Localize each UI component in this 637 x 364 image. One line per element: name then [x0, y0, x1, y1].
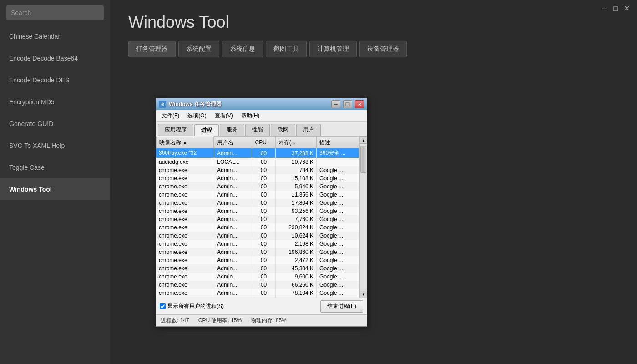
sidebar-item-encode-decode-des[interactable]: Encode Decode DES: [0, 69, 110, 91]
col-header-1[interactable]: 用户名: [214, 137, 252, 148]
end-process-button[interactable]: 结束进程(E): [320, 300, 363, 313]
cell-user: Admin...: [214, 148, 252, 158]
table-row[interactable]: chrome.exeAdmin...0013,476 KGoogle ...: [156, 297, 359, 298]
cell-desc: Google ...: [317, 166, 359, 174]
cell-mem: 230,824 K: [275, 223, 316, 232]
table-row[interactable]: chrome.exeAdmin...0011,356 KGoogle ...: [156, 191, 359, 199]
tm-close-button[interactable]: ✕: [355, 100, 364, 108]
cell-cpu: 00: [252, 273, 275, 281]
cell-desc: Google ...: [317, 191, 359, 199]
table-row[interactable]: chrome.exeAdmin...002,472 KGoogle ...: [156, 256, 359, 264]
main-content: ─ □ ✕ Windows Tool 任务管理器系统配置系统信息截图工具计算机管…: [110, 0, 637, 364]
tm-menu-查看(V)[interactable]: 查看(V): [211, 111, 237, 121]
cell-user: Admin...: [214, 191, 252, 199]
cell-desc: Google ...: [317, 273, 359, 281]
cell-desc: Google ...: [317, 199, 359, 207]
cell-name: chrome.exe: [156, 199, 214, 207]
cell-user: Admin...: [214, 240, 252, 248]
table-row[interactable]: audiodg.exeLOCAL...0010,768 K: [156, 158, 359, 166]
table-row[interactable]: chrome.exeAdmin...0078,104 KGoogle ...: [156, 289, 359, 297]
tm-statusbar: 进程数: 147 CPU 使用率: 15% 物理内存: 85%: [156, 314, 367, 326]
sidebar-item-svg-to-xaml-help[interactable]: SVG To XAML Help: [0, 135, 110, 157]
tm-menu-帮助(H)[interactable]: 帮助(H): [238, 111, 263, 121]
col-header-4[interactable]: 描述: [317, 137, 359, 148]
toolbar-btn-task-manager[interactable]: 任务管理器: [128, 41, 176, 57]
cell-user: Admin...: [214, 297, 252, 298]
cell-name: chrome.exe: [156, 289, 214, 297]
table-row[interactable]: chrome.exeAdmin...0066,260 KGoogle ...: [156, 281, 359, 289]
table-row[interactable]: chrome.exeAdmin...0015,108 KGoogle ...: [156, 174, 359, 182]
scroll-up-arrow[interactable]: ▲: [360, 136, 367, 144]
cell-mem: 78,104 K: [275, 289, 316, 297]
table-row[interactable]: chrome.exeAdmin...007,760 KGoogle ...: [156, 215, 359, 223]
search-input[interactable]: [6, 5, 104, 20]
scroll-down-arrow[interactable]: ▼: [360, 291, 367, 298]
show-all-checkbox[interactable]: [160, 303, 166, 309]
sidebar-item-encryption-md5[interactable]: Encryption MD5: [0, 91, 110, 113]
close-button[interactable]: ✕: [622, 5, 631, 13]
table-row[interactable]: chrome.exeAdmin...00196,860 KGoogle ...: [156, 248, 359, 256]
toolbar-btn-screenshot[interactable]: 截图工具: [266, 41, 307, 57]
table-row[interactable]: chrome.exeAdmin...002,168 KGoogle ...: [156, 240, 359, 248]
cell-mem: 7,760 K: [275, 215, 316, 223]
tm-tab-network[interactable]: 联网: [271, 124, 295, 136]
cell-cpu: 00: [252, 148, 275, 158]
table-row[interactable]: 360tray.exe *32Admin...0037,288 K360安全 .…: [156, 148, 359, 158]
tm-tab-users[interactable]: 用户: [296, 124, 321, 136]
cell-desc: Google ...: [317, 215, 359, 223]
tm-show-all-processes: 显示所有用户的进程(S): [160, 303, 224, 310]
scroll-thumb[interactable]: [360, 146, 366, 173]
table-row[interactable]: chrome.exeAdmin...0045,304 KGoogle ...: [156, 264, 359, 273]
sidebar-item-chinese-calendar[interactable]: Chinese Calendar: [0, 25, 110, 47]
sidebar-item-encode-decode-base64[interactable]: Encode Decode Base64: [0, 47, 110, 69]
tm-restore-button[interactable]: ❐: [343, 100, 352, 108]
tm-tab-apps[interactable]: 应用程序: [158, 124, 193, 136]
cell-name: chrome.exe: [156, 273, 214, 281]
tm-menu-选项(O)[interactable]: 选项(O): [184, 111, 210, 121]
col-header-3[interactable]: 内存(...: [275, 137, 316, 148]
cell-name: chrome.exe: [156, 215, 214, 223]
cell-mem: 13,476 K: [275, 297, 316, 298]
toolbar: 任务管理器系统配置系统信息截图工具计算机管理设备管理器: [110, 41, 637, 66]
tm-minimize-button[interactable]: ─: [331, 100, 340, 108]
table-row[interactable]: chrome.exeAdmin...0093,256 KGoogle ...: [156, 207, 359, 215]
minimize-button[interactable]: ─: [601, 5, 609, 13]
sidebar-item-generate-guid[interactable]: Generate GUID: [0, 113, 110, 135]
table-row[interactable]: chrome.exeAdmin...00230,824 KGoogle ...: [156, 223, 359, 232]
cell-name: chrome.exe: [156, 166, 214, 174]
toolbar-btn-sys-info[interactable]: 系统信息: [222, 41, 263, 57]
col-header-2[interactable]: CPU: [252, 137, 275, 148]
tm-tabs: 应用程序进程服务性能联网用户: [156, 122, 367, 136]
maximize-button[interactable]: □: [612, 5, 620, 13]
cell-user: Admin...: [214, 166, 252, 174]
tm-tab-services[interactable]: 服务: [220, 124, 244, 136]
cell-user: Admin...: [214, 264, 252, 273]
cell-mem: 10,768 K: [275, 158, 316, 166]
toolbar-btn-device-mgmt[interactable]: 设备管理器: [359, 41, 407, 57]
tm-scrollbar: ▲ ▼: [359, 136, 367, 298]
table-row[interactable]: chrome.exeAdmin...009,600 KGoogle ...: [156, 273, 359, 281]
cell-user: Admin...: [214, 273, 252, 281]
table-row[interactable]: chrome.exeAdmin...0017,804 KGoogle ...: [156, 199, 359, 207]
table-row[interactable]: chrome.exeAdmin...005,940 KGoogle ...: [156, 182, 359, 191]
cell-desc: Google ...: [317, 232, 359, 240]
cell-name: chrome.exe: [156, 232, 214, 240]
tm-tab-performance[interactable]: 性能: [245, 124, 270, 136]
sidebar-item-windows-tool[interactable]: Windows Tool: [0, 178, 110, 200]
tm-table-wrapper: 映像名称 ▲用户名CPU内存(...描述 360tray.exe *32Admi…: [156, 136, 367, 298]
toolbar-btn-computer-mgmt[interactable]: 计算机管理: [309, 41, 357, 57]
sidebar-item-toggle-case[interactable]: Toggle Case: [0, 157, 110, 178]
tm-menu-文件(F)[interactable]: 文件(F): [158, 111, 183, 121]
sidebar-items: Chinese CalendarEncode Decode Base64Enco…: [0, 25, 110, 200]
cell-name: chrome.exe: [156, 207, 214, 215]
col-header-0[interactable]: 映像名称 ▲: [156, 137, 214, 148]
table-row[interactable]: chrome.exeAdmin...0010,624 KGoogle ...: [156, 232, 359, 240]
toolbar-btn-sys-config[interactable]: 系统配置: [178, 41, 219, 57]
cell-cpu: 00: [252, 297, 275, 298]
tm-scroll-area[interactable]: 映像名称 ▲用户名CPU内存(...描述 360tray.exe *32Admi…: [156, 136, 359, 298]
tm-titlebar: ⚙ Windows 任务管理器 ─ ❐ ✕: [156, 98, 367, 110]
table-row[interactable]: chrome.exeAdmin...00784 KGoogle ...: [156, 166, 359, 174]
cell-desc: Google ...: [317, 264, 359, 273]
tm-tab-processes[interactable]: 进程: [194, 124, 219, 136]
cell-cpu: 00: [252, 191, 275, 199]
